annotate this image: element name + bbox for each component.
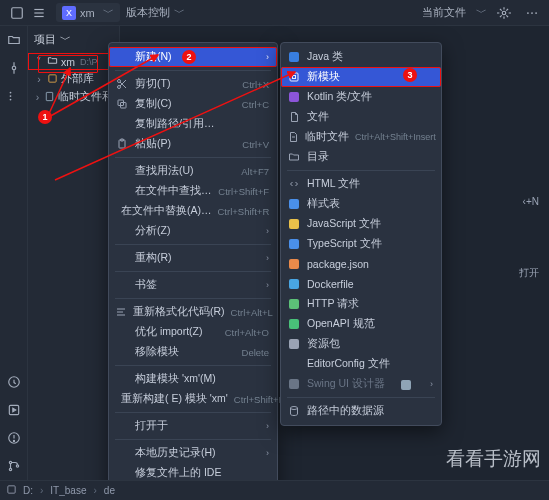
- submenu-item-label: TypeScript 文件: [307, 237, 433, 251]
- menu-item-shortcut: Ctrl+V: [242, 139, 269, 150]
- json-icon: [287, 257, 301, 271]
- menu-item[interactable]: 重新构建( E) 模块 'xm'Ctrl+Shift+F9: [109, 389, 277, 409]
- submenu-item[interactable]: JavaScript 文件: [281, 214, 441, 234]
- res-icon: [287, 337, 301, 351]
- terminal-icon[interactable]: [4, 372, 24, 392]
- submenu-item-label: 临时文件: [305, 130, 349, 144]
- submenu-item[interactable]: 路径中的数据源: [281, 401, 441, 421]
- crumb-3: de: [104, 485, 115, 496]
- menu-item-label: 粘贴(P): [135, 137, 236, 151]
- menu-item[interactable]: 复制路径/引用…: [109, 114, 277, 134]
- menu-item-shortcut: Ctrl+Alt+L: [231, 307, 273, 318]
- svg-point-19: [9, 461, 11, 463]
- submenu-item[interactable]: package.json: [281, 254, 441, 274]
- tree-root-path: D:\P: [80, 57, 98, 67]
- submenu-item[interactable]: Kotlin 类/文件: [281, 87, 441, 107]
- run-icon[interactable]: [4, 400, 24, 420]
- menu-item[interactable]: 在文件中替换(A)…Ctrl+Shift+R: [109, 201, 277, 221]
- menu-item[interactable]: 粘贴(P)Ctrl+V: [109, 134, 277, 154]
- file-icon: [287, 110, 301, 124]
- svg-point-7: [535, 12, 537, 14]
- menu-item-shortcut: Ctrl+Shift+F: [218, 186, 269, 197]
- submenu-item-label: HTTP 请求: [307, 297, 433, 311]
- breadcrumb[interactable]: D: › IT_base › de: [23, 485, 115, 496]
- submenu-item[interactable]: 样式表: [281, 194, 441, 214]
- debug-icon[interactable]: [493, 2, 515, 24]
- tree-root-xm[interactable]: ˅ xm D:\P: [28, 53, 119, 70]
- caret-open-icon: ˅: [34, 56, 44, 68]
- db-icon: [287, 404, 301, 418]
- menu-item[interactable]: 剪切(T)Ctrl+X: [109, 74, 277, 94]
- sidebar-title-label: 项目: [34, 32, 56, 47]
- library-icon: [47, 73, 58, 86]
- api-icon: [287, 317, 301, 331]
- menu-item[interactable]: 优化 import(Z)Ctrl+Alt+O: [109, 322, 277, 342]
- submenu-item-label: package.json: [307, 258, 433, 270]
- chevron-right-icon: ›: [266, 448, 269, 458]
- submenu-item-label: JavaScript 文件: [307, 217, 433, 231]
- tree-ext-libs[interactable]: › 外部库: [28, 70, 119, 88]
- svg-point-8: [12, 66, 16, 70]
- menu-item-label: 剪切(T): [135, 77, 236, 91]
- vcs-icon[interactable]: [4, 456, 24, 476]
- menu-item[interactable]: 构建模块 'xm'(M): [109, 369, 277, 389]
- tree-scratches[interactable]: › 临时文件和: [28, 88, 119, 106]
- status-square-icon[interactable]: [6, 484, 17, 497]
- menu-item[interactable]: 重新格式化代码(R)Ctrl+Alt+L: [109, 302, 277, 322]
- chevron-down-icon: ﹀: [60, 32, 71, 47]
- submenu-item[interactable]: 新模块: [281, 67, 441, 87]
- submenu-item[interactable]: Swing UI 设计器›: [281, 374, 441, 394]
- submenu-item[interactable]: 临时文件Ctrl+Alt+Shift+Insert: [281, 127, 441, 147]
- menu-item[interactable]: 移除模块Delete: [109, 342, 277, 362]
- current-file-dropdown[interactable]: 当前文件: [422, 5, 466, 20]
- menu-item-label: 重新格式化代码(R): [133, 305, 225, 319]
- blank-icon: [115, 278, 129, 292]
- submenu-item[interactable]: OpenAPI 规范: [281, 314, 441, 334]
- submenu-item-label: Kotlin 类/文件: [307, 90, 433, 104]
- menu-item[interactable]: 书签›: [109, 275, 277, 295]
- submenu-item[interactable]: Java 类: [281, 47, 441, 67]
- structure-icon[interactable]: [4, 86, 24, 106]
- menu-item-shortcut: Ctrl+C: [242, 99, 269, 110]
- submenu-item[interactable]: Dockerfile: [281, 274, 441, 294]
- submenu-item[interactable]: 资源包: [281, 334, 441, 354]
- problems-icon[interactable]: [4, 428, 24, 448]
- menu-item[interactable]: 本地历史记录(H)›: [109, 443, 277, 463]
- menu-item[interactable]: 打开于›: [109, 416, 277, 436]
- svg-rect-38: [293, 76, 296, 79]
- submenu-item[interactable]: 文件: [281, 107, 441, 127]
- submenu-item[interactable]: HTTP 请求: [281, 294, 441, 314]
- context-menu: 新建(N)›剪切(T)Ctrl+X复制(C)Ctrl+C复制路径/引用…粘贴(P…: [108, 42, 278, 500]
- commit-icon[interactable]: [4, 58, 24, 78]
- menu-item[interactable]: 在文件中查找…Ctrl+Shift+F: [109, 181, 277, 201]
- chevron-right-icon: ›: [266, 52, 269, 62]
- menu-item[interactable]: 分析(Z)›: [109, 221, 277, 241]
- chevron-down-icon: ﹀: [476, 5, 487, 20]
- chevron-right-icon: ›: [266, 421, 269, 431]
- submenu-item[interactable]: 目录: [281, 147, 441, 167]
- blank-icon: [115, 345, 129, 359]
- project-selector[interactable]: X xm ﹀: [56, 3, 120, 22]
- crumb-2: IT_base: [50, 485, 86, 496]
- folder-icon[interactable]: [4, 30, 24, 50]
- sidebar-title[interactable]: 项目 ﹀: [28, 28, 119, 51]
- submenu-item[interactable]: HTML 文件: [281, 174, 441, 194]
- more-icon[interactable]: [521, 2, 543, 24]
- caret-closed-icon: ›: [34, 73, 44, 85]
- submenu-item[interactable]: TypeScript 文件: [281, 234, 441, 254]
- activity-bar-bottom: [0, 372, 28, 480]
- chevron-right-icon: ›: [266, 253, 269, 263]
- menu-item[interactable]: 查找用法(U)Alt+F7: [109, 161, 277, 181]
- swing-icon: [287, 377, 301, 391]
- submenu-item[interactable]: EditorConfig 文件: [281, 354, 441, 374]
- chevron-right-icon: ›: [266, 280, 269, 290]
- menu-item[interactable]: 重构(R)›: [109, 248, 277, 268]
- svg-point-40: [291, 407, 298, 410]
- main-menu-icon[interactable]: [6, 2, 28, 24]
- css-icon: [287, 197, 301, 211]
- scissors-icon: [115, 77, 129, 91]
- hamburger-icon[interactable]: [28, 2, 50, 24]
- vcs-dropdown[interactable]: 版本控制: [126, 5, 170, 20]
- project-letter-icon: X: [62, 6, 76, 20]
- menu-item[interactable]: 复制(C)Ctrl+C: [109, 94, 277, 114]
